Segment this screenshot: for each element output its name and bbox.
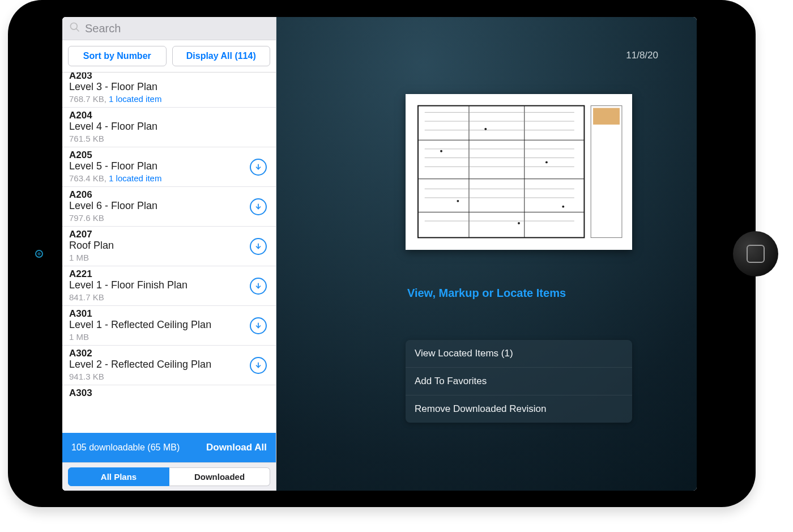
- segment-all-plans[interactable]: All Plans: [68, 467, 169, 486]
- list-toolbar: Sort by Number Display All (114): [62, 40, 276, 73]
- plan-title: Level 3 - Floor Plan: [69, 81, 269, 93]
- download-summary: 105 downloadable (65 MB): [71, 442, 180, 453]
- plan-size: 797.6 KB: [69, 213, 104, 223]
- svg-point-26: [440, 150, 442, 152]
- display-filter-button[interactable]: Display All (114): [172, 46, 271, 66]
- plan-size: 768.7 KB: [69, 94, 104, 104]
- plan-title: Level 4 - Floor Plan: [69, 121, 269, 133]
- plan-row[interactable]: A301Level 1 - Reflected Ceiling Plan1 MB: [62, 306, 276, 346]
- view-markup-locate-link[interactable]: View, Markup or Locate Items: [276, 287, 697, 300]
- plan-meta: 797.6 KB: [69, 213, 269, 223]
- plan-title: Level 6 - Floor Plan: [69, 200, 269, 212]
- add-to-favorites-button[interactable]: Add To Favorites: [406, 368, 632, 395]
- located-item-link[interactable]: 1 located item: [109, 173, 161, 183]
- plan-row[interactable]: A207Roof Plan1 MB: [62, 227, 276, 266]
- plan-meta: 768.7 KB, 1 located item: [69, 94, 269, 104]
- download-icon[interactable]: [250, 317, 267, 334]
- svg-point-29: [457, 200, 459, 202]
- plan-meta: 841.7 KB: [69, 292, 269, 302]
- plan-title: Level 5 - Floor Plan: [69, 160, 269, 172]
- svg-point-0: [71, 23, 78, 30]
- download-icon[interactable]: [250, 278, 267, 295]
- plan-number: A303: [69, 388, 269, 399]
- plan-meta: 941.3 KB: [69, 372, 269, 381]
- plan-row[interactable]: A203Level 3 - Floor Plan768.7 KB, 1 loca…: [62, 73, 276, 108]
- plan-row[interactable]: A206Level 6 - Floor Plan797.6 KB: [62, 187, 276, 227]
- plan-number: A302: [69, 348, 269, 359]
- svg-rect-11: [593, 108, 620, 125]
- svg-line-1: [76, 29, 79, 32]
- plan-number: A204: [69, 110, 269, 121]
- revision-date: 11/8/20: [626, 50, 658, 61]
- search-icon: [69, 22, 80, 35]
- svg-point-27: [484, 128, 487, 130]
- plan-number: A207: [69, 229, 269, 240]
- plan-number: A203: [69, 73, 269, 82]
- plan-title: Level 1 - Floor Finish Plan: [69, 279, 269, 291]
- app-screen: Sort by Number Display All (114) A203Lev…: [62, 17, 697, 491]
- plan-number: A221: [69, 269, 269, 280]
- plan-size: 1 MB: [69, 253, 89, 262]
- svg-point-30: [518, 222, 520, 224]
- plan-title: Level 2 - Reflected Ceiling Plan: [69, 359, 269, 371]
- plan-size: 763.4 KB: [69, 173, 104, 183]
- segment-downloaded[interactable]: Downloaded: [169, 467, 270, 486]
- plan-meta: 761.5 KB: [69, 134, 269, 143]
- plan-row[interactable]: A303: [62, 385, 276, 399]
- plan-row[interactable]: A221Level 1 - Floor Finish Plan841.7 KB: [62, 266, 276, 306]
- plans-segmented-control: All Plans Downloaded: [62, 462, 276, 491]
- plan-title: Level 1 - Reflected Ceiling Plan: [69, 319, 269, 331]
- plan-row[interactable]: A204Level 4 - Floor Plan761.5 KB: [62, 108, 276, 147]
- plan-size: 1 MB: [69, 332, 89, 342]
- view-located-items-button[interactable]: View Located Items (1): [406, 340, 632, 368]
- download-icon[interactable]: [250, 198, 267, 215]
- remove-downloaded-button[interactable]: Remove Downloaded Revision: [406, 395, 632, 423]
- plan-number: A205: [69, 150, 269, 161]
- svg-point-31: [562, 206, 564, 208]
- download-icon[interactable]: [250, 238, 267, 255]
- ipad-frame: Sort by Number Display All (114) A203Lev…: [8, 0, 756, 507]
- plan-title: Roof Plan: [69, 240, 269, 252]
- plan-meta: 1 MB: [69, 332, 269, 342]
- home-button[interactable]: [733, 231, 778, 276]
- plan-size: 841.7 KB: [69, 292, 104, 302]
- plan-number: A301: [69, 308, 269, 320]
- plan-meta: 763.4 KB, 1 located item: [69, 173, 269, 183]
- download-all-button[interactable]: Download All: [206, 442, 267, 453]
- camera-dot: [35, 250, 43, 258]
- download-icon[interactable]: [250, 357, 267, 374]
- plan-list[interactable]: A203Level 3 - Floor Plan768.7 KB, 1 loca…: [62, 73, 276, 433]
- plans-sidebar: Sort by Number Display All (114) A203Lev…: [62, 17, 276, 491]
- search-bar[interactable]: [62, 17, 276, 40]
- detail-actions: View Located Items (1) Add To Favorites …: [406, 340, 632, 423]
- plan-size: 941.3 KB: [69, 372, 104, 381]
- download-icon[interactable]: [250, 159, 267, 176]
- svg-point-28: [545, 161, 548, 163]
- plan-meta: 1 MB: [69, 253, 269, 262]
- plan-number: A206: [69, 189, 269, 201]
- plan-row[interactable]: A205Level 5 - Floor Plan763.4 KB, 1 loca…: [62, 147, 276, 187]
- search-input[interactable]: [85, 22, 269, 35]
- plan-row[interactable]: A302Level 2 - Reflected Ceiling Plan941.…: [62, 346, 276, 385]
- sort-button[interactable]: Sort by Number: [68, 46, 167, 66]
- plan-thumbnail[interactable]: [406, 94, 632, 250]
- located-item-link[interactable]: 1 located item: [109, 94, 161, 104]
- plan-detail-pane: 11/8/20: [276, 17, 697, 491]
- plan-size: 761.5 KB: [69, 134, 104, 143]
- download-bar: 105 downloadable (65 MB) Download All: [62, 433, 276, 462]
